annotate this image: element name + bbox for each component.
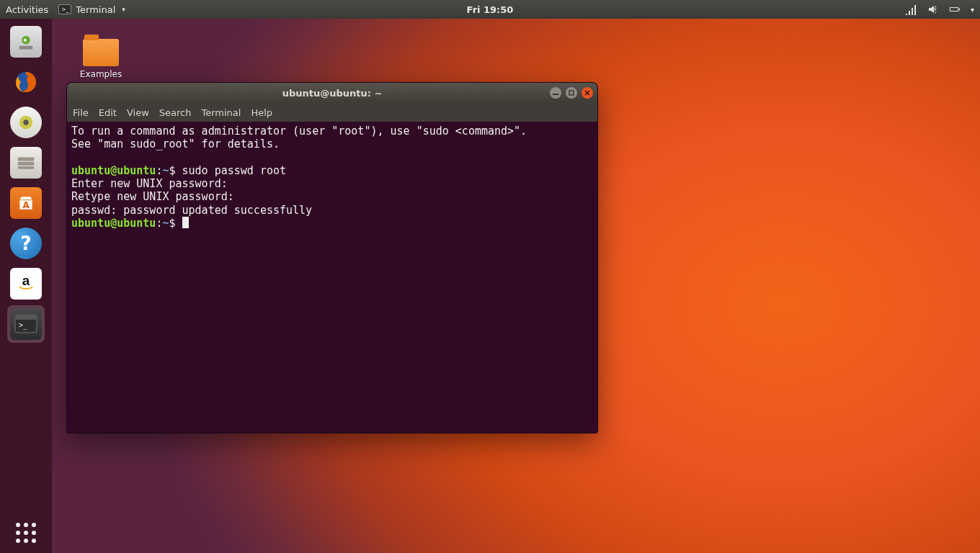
menu-terminal[interactable]: Terminal bbox=[201, 107, 241, 118]
svg-text:A: A bbox=[22, 200, 30, 210]
top-panel: Activities >_ Terminal ▾ Fri 19:50 ▾ bbox=[0, 0, 980, 19]
svg-rect-6 bbox=[18, 162, 35, 166]
prompt-user: ubuntu@ubuntu bbox=[71, 164, 156, 177]
term-line: passwd: password updated successfully bbox=[71, 204, 312, 217]
firefox-icon bbox=[10, 66, 42, 98]
amazon-icon: a bbox=[10, 268, 42, 300]
system-menu-chevron-icon[interactable]: ▾ bbox=[971, 6, 974, 14]
dock-item-software[interactable]: A bbox=[7, 184, 45, 222]
clock[interactable]: Fri 19:50 bbox=[467, 4, 514, 15]
software-icon: A bbox=[10, 187, 42, 219]
term-line: Enter new UNIX password: bbox=[71, 177, 234, 190]
menu-file[interactable]: File bbox=[73, 107, 89, 118]
window-title: ubuntu@ubuntu: ~ bbox=[282, 88, 383, 99]
terminal-menubar: File Edit View Search Terminal Help bbox=[67, 103, 597, 122]
music-icon bbox=[10, 107, 42, 138]
desktop-icon-examples[interactable]: Examples bbox=[75, 39, 127, 79]
dock-item-amazon[interactable]: a bbox=[7, 265, 45, 302]
term-command: sudo passwd root bbox=[182, 164, 287, 177]
app-menu[interactable]: >_ Terminal ▾ bbox=[58, 4, 125, 15]
dock-item-terminal[interactable]: >_ bbox=[7, 305, 45, 343]
terminal-app-icon: >_ bbox=[58, 4, 71, 14]
network-icon[interactable] bbox=[906, 4, 917, 15]
help-icon: ? bbox=[10, 228, 42, 259]
svg-rect-11 bbox=[15, 315, 37, 320]
menu-edit[interactable]: Edit bbox=[99, 107, 117, 118]
dock-item-firefox[interactable] bbox=[7, 63, 45, 101]
dock-item-help[interactable]: ? bbox=[7, 225, 45, 262]
svg-rect-14 bbox=[569, 91, 574, 95]
dock-item-ubiquity[interactable] bbox=[7, 23, 45, 60]
term-line: See "man sudo_root" for details. bbox=[71, 138, 280, 150]
menu-search[interactable]: Search bbox=[159, 107, 192, 118]
desktop-icon-label: Examples bbox=[75, 69, 127, 79]
window-maximize-button[interactable] bbox=[566, 87, 577, 99]
battery-icon[interactable] bbox=[949, 4, 961, 15]
show-applications-button[interactable] bbox=[16, 523, 36, 543]
term-line: Retype new UNIX password: bbox=[71, 190, 241, 203]
menu-view[interactable]: View bbox=[127, 107, 149, 118]
dock-item-files[interactable] bbox=[7, 144, 45, 181]
chevron-down-icon: ▾ bbox=[122, 6, 125, 13]
terminal-body[interactable]: To run a command as administrator (user … bbox=[67, 122, 597, 433]
terminal-window[interactable]: ubuntu@ubuntu: ~ File Edit View Search T… bbox=[66, 82, 598, 433]
terminal-cursor bbox=[182, 217, 189, 228]
svg-rect-7 bbox=[18, 166, 35, 169]
install-icon bbox=[10, 26, 42, 58]
dock: A ? a >_ bbox=[0, 19, 52, 553]
volume-icon[interactable] bbox=[927, 4, 939, 15]
files-icon bbox=[10, 147, 42, 179]
menu-help[interactable]: Help bbox=[251, 107, 272, 118]
window-minimize-button[interactable] bbox=[550, 87, 561, 99]
window-close-button[interactable] bbox=[582, 87, 593, 99]
svg-text:>_: >_ bbox=[19, 321, 28, 330]
svg-rect-13 bbox=[553, 94, 558, 95]
prompt-user: ubuntu@ubuntu bbox=[71, 217, 156, 230]
svg-rect-1 bbox=[19, 46, 33, 50]
activities-button[interactable]: Activities bbox=[6, 4, 48, 15]
svg-text:a: a bbox=[22, 273, 30, 288]
term-line: To run a command as administrator (user … bbox=[71, 125, 527, 138]
dock-terminal-icon: >_ bbox=[10, 308, 42, 340]
svg-point-4 bbox=[23, 120, 28, 125]
window-titlebar[interactable]: ubuntu@ubuntu: ~ bbox=[67, 83, 597, 103]
folder-icon bbox=[83, 39, 119, 66]
dock-item-rhythmbox[interactable] bbox=[7, 104, 45, 141]
svg-rect-5 bbox=[18, 158, 35, 161]
app-menu-label: Terminal bbox=[76, 4, 115, 15]
